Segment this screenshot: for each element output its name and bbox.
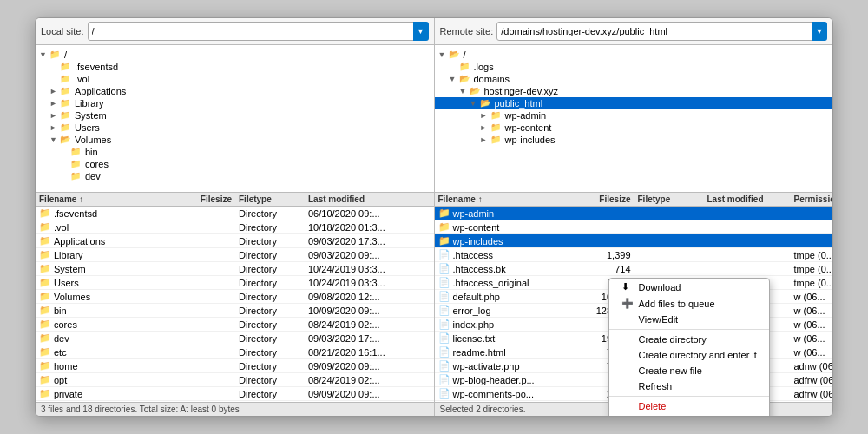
local-path-dropdown[interactable]: ▼ [413,22,429,41]
col-modified-header[interactable]: Last modified [308,194,395,204]
folder-icon: 📁 [459,62,471,72]
context-view-edit[interactable]: View/Edit [609,312,769,327]
folder-icon: 📁 [39,332,51,344]
remote-path-input[interactable] [496,22,812,41]
file-name: 📁 etc [39,346,178,358]
file-icon: 📄 [438,277,450,288]
folder-open-icon: 📁 [49,49,62,60]
tree-item[interactable]: ► 📁 System [36,109,434,122]
context-divider-1 [609,329,769,330]
local-path-input[interactable] [88,22,414,41]
col-size-header-r[interactable]: Filesize [577,194,638,204]
file-modified: 08/24/2019 02:... [308,375,395,385]
tree-item-selected[interactable]: ▼ 📂 public_html [435,97,833,109]
file-perms: tmpe (0... [794,250,833,260]
local-file-row[interactable]: 📁 etc Directory 08/21/2020 16:1... [36,345,434,359]
file-name: 📁 .vol [39,221,178,233]
local-file-row[interactable]: 📁 bin Directory 10/09/2020 09:... [36,304,434,318]
tree-label: hostinger-dev.xyz [484,86,558,96]
col-size-header[interactable]: Filesize [178,194,239,204]
local-file-row[interactable]: 📁 Users Directory 10/24/2019 03:3... [36,276,434,290]
file-modified: 06/10/2020 09:... [308,208,395,219]
col-modified-header-r[interactable]: Last modified [707,194,794,204]
tree-item[interactable]: ► 📁 Applications [36,85,434,97]
folder-icon: 📁 [39,221,51,233]
col-type-header-r[interactable]: Filetype [638,194,707,204]
local-file-row[interactable]: 📁 .vol Directory 10/18/2020 01:3... [36,220,434,234]
tree-item[interactable]: ► 📁 Users [36,122,434,134]
tree-toggle: ► [480,111,490,120]
context-refresh[interactable]: Refresh [609,378,769,394]
file-type: Directory [239,389,308,399]
remote-file-row[interactable]: 📄 .htaccess 1,399 tmpe (0... u61136521..… [435,248,833,262]
tree-item[interactable]: ▼ 📂 Volumes [36,134,434,146]
file-perms: w (06... [794,319,833,330]
remote-tree[interactable]: ▼ 📂 / 📁 .logs ▼ 📂 domains ▼ 📂 h [435,45,833,193]
remote-path-dropdown[interactable]: ▼ [812,22,827,41]
context-create-dir[interactable]: Create directory [609,332,769,347]
local-status-text: 3 files and 18 directories. Total size: … [41,404,240,414]
local-file-row[interactable]: 📁 Volumes Directory 09/08/2020 12:... [36,290,434,304]
context-delete[interactable]: Delete [609,398,769,414]
tree-item[interactable]: ▼ 📂 domains [435,73,833,85]
tree-item[interactable]: ► 📁 Library [36,97,434,109]
file-name: 📁 Library [39,249,178,260]
remote-pane: ▼ 📂 / 📁 .logs ▼ 📂 domains ▼ 📂 h [435,45,833,416]
file-type: Directory [239,236,308,247]
tree-item[interactable]: 📁 dev [36,170,434,182]
local-file-row[interactable]: 📁 Library Directory 09/03/2020 09:... [36,248,434,262]
context-create-dir-enter-label: Create directory and enter it [639,350,757,360]
context-create-dir-enter[interactable]: Create directory and enter it [609,347,769,363]
remote-site-bar: Remote site: ▼ [435,18,833,44]
tree-item[interactable]: ► 📁 wp-includes [435,134,833,146]
local-file-list[interactable]: Filename ↑ Filesize Filetype Last modifi… [36,193,434,402]
col-perms-header[interactable]: Permissions [794,194,833,204]
tree-label: wp-admin [505,110,547,121]
tree-label: wp-includes [505,135,556,145]
folder-icon: 📁 [60,74,72,84]
folder-icon: 📁 [70,171,82,181]
file-perms: tmpe (0... [794,264,833,274]
context-download[interactable]: ⬇ Download [609,279,769,295]
local-file-row[interactable]: 📁 home Directory 09/09/2020 09:... [36,359,434,373]
col-name-header-r[interactable]: Filename ↑ [438,194,577,204]
tree-item[interactable]: ► 📁 wp-admin [435,109,833,122]
tree-item[interactable]: ▼ 📂 hostinger-dev.xyz [435,85,833,97]
tree-item[interactable]: ▼ 📂 / [435,49,833,61]
context-create-file[interactable]: Create new file [609,363,769,378]
local-file-row[interactable]: 📁 .fseventsd Directory 06/10/2020 09:... [36,207,434,220]
local-file-row[interactable]: 📁 private Directory 09/09/2020 09:... [36,387,434,401]
tree-item[interactable]: ▼ 📁 / [36,49,434,61]
remote-file-row[interactable]: 📄 .htaccess.bk 714 tmpe (0... u61136521.… [435,262,833,276]
file-perms: adnw (06... [794,361,833,372]
local-file-row[interactable]: 📁 System Directory 10/24/2019 03:3... [36,262,434,276]
local-tree[interactable]: ▼ 📁 / 📁 .fseventsd 📁 .vol ► 📁 [36,45,434,193]
local-file-row[interactable]: 📁 dev Directory 09/03/2020 17:... [36,332,434,345]
tree-item[interactable]: 📁 cores [36,158,434,170]
file-icon: 📄 [438,263,450,274]
tree-label: .vol [75,74,89,84]
download-icon: ⬇ [621,281,634,293]
remote-file-row[interactable]: 📁 wp-includes [435,234,833,248]
local-file-row[interactable]: 📁 Applications Directory 09/03/2020 17:3… [36,234,434,248]
tree-item[interactable]: 📁 .logs [435,61,833,73]
col-type-header[interactable]: Filetype [239,194,308,204]
file-name: 📁 wp-admin [438,207,577,219]
file-icon: 📄 [438,291,450,302]
local-file-row[interactable]: 📁 cores Directory 08/24/2019 02:... [36,318,434,332]
tree-item[interactable]: 📁 .fseventsd [36,61,434,73]
remote-file-row[interactable]: 📁 wp-content [435,220,833,234]
tree-toggle: ► [49,123,60,132]
context-add-queue[interactable]: ➕ Add files to queue [609,295,769,312]
remote-file-row[interactable]: 📁 wp-admin [435,207,833,220]
tree-label: public_html [495,98,543,108]
tree-item[interactable]: ► 📁 wp-content [435,122,833,134]
folder-icon: 📁 [39,263,51,274]
context-rename[interactable]: Rename [609,414,769,416]
local-file-row[interactable]: 📁 opt Directory 08/24/2019 02:... [36,373,434,387]
col-name-header[interactable]: Filename ↑ [39,194,178,204]
tree-item[interactable]: 📁 .vol [36,73,434,85]
file-modified: 10/24/2019 03:3... [308,278,395,288]
file-icon: 📄 [438,374,450,385]
tree-item[interactable]: 📁 bin [36,146,434,158]
